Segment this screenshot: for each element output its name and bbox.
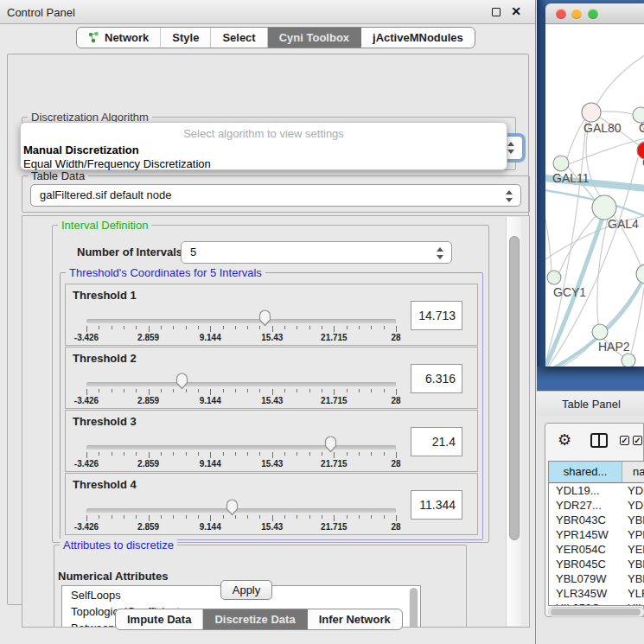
column-header-name[interactable]: na <box>622 462 644 482</box>
cell-name[interactable]: YDR2 <box>622 498 644 513</box>
network-node-gal11[interactable] <box>553 156 569 171</box>
network-node-gcy1[interactable] <box>547 271 561 284</box>
threshold-value-field[interactable]: 6.316 <box>411 364 462 393</box>
table-row[interactable]: YIL052CYIL0 <box>549 601 644 606</box>
slider-track[interactable] <box>86 382 396 386</box>
table-panel-titlebar: Table Panel <box>537 391 644 416</box>
cell-shared-name[interactable]: YBL079W <box>549 571 622 586</box>
scrollbar-thumb[interactable] <box>509 236 520 540</box>
close-icon[interactable]: ✕ <box>511 4 521 18</box>
cell-name[interactable]: YBR0 <box>622 513 644 527</box>
control-panel-title: Control Panel <box>7 6 75 19</box>
slider-track[interactable] <box>86 508 396 513</box>
column-header-shared[interactable]: shared... <box>549 462 622 482</box>
slider-handle[interactable] <box>225 499 239 516</box>
slider-tick-labels: -3.4262.8599.14415.4321.71528 <box>86 459 396 469</box>
network-edge[interactable] <box>545 220 552 271</box>
cell-name[interactable]: YIL0 <box>622 601 644 606</box>
network-node-h[interactable] <box>636 265 644 284</box>
tab-style[interactable]: Style <box>161 28 211 48</box>
algorithm-option-manual[interactable]: Manual Discretization <box>23 143 139 156</box>
slider-track[interactable] <box>86 319 396 323</box>
network-edge[interactable] <box>559 216 596 272</box>
scrollbar-thumb[interactable] <box>551 609 641 615</box>
tab-network[interactable]: Network <box>77 28 161 48</box>
slider-handle[interactable] <box>258 309 272 327</box>
cell-shared-name[interactable]: YIL052C <box>549 601 622 606</box>
thresholds-group: Threshold's Coordinates for 5 Intervals … <box>60 272 483 540</box>
float-window-icon[interactable] <box>492 8 501 16</box>
network-edge[interactable] <box>606 283 641 327</box>
cell-name[interactable]: YDL1 <box>622 483 644 498</box>
table-row[interactable]: YPR145WYPR1 <box>549 527 644 542</box>
algorithm-hint: Select algorithm to view settings <box>21 127 507 140</box>
number-of-intervals-combobox[interactable]: 5 <box>181 241 452 264</box>
cell-name[interactable]: YER0 <box>622 542 644 557</box>
network-edge[interactable] <box>600 112 633 114</box>
network-node[interactable] <box>622 354 635 367</box>
tab-jactivemnodules[interactable]: jActiveMNodules <box>361 28 475 48</box>
cytoscape-desktop: GAL80GACGAL11GAL4GCY1HHAP2 <box>537 0 644 391</box>
cell-name[interactable]: YBR0 <box>622 557 644 571</box>
network-view-window[interactable]: GAL80GACGAL11GAL4GCY1HHAP2 <box>545 3 644 367</box>
apply-button[interactable]: Apply <box>220 580 272 600</box>
network-node-gal4[interactable] <box>592 195 616 220</box>
threshold-value-field[interactable]: 14.713 <box>411 301 462 330</box>
attributes-scrollbar[interactable] <box>409 588 418 628</box>
threshold-label: Threshold 4 <box>73 478 137 491</box>
cell-name[interactable]: YBL0 <box>622 571 644 586</box>
table-row[interactable]: YDR27...YDR2 <box>549 498 644 513</box>
control-panel-titlebar: Control Panel ✕ <box>0 0 535 24</box>
network-node-label: GAL4 <box>608 217 639 231</box>
table-data-group: Table Data galFiltered.sif default node <box>22 175 530 213</box>
slider-handle[interactable] <box>175 373 189 390</box>
network-edge[interactable] <box>567 120 584 158</box>
checkbox-icon[interactable]: ✓ <box>633 436 642 445</box>
tab-cyni-toolbox[interactable]: Cyni Toolbox <box>268 28 361 48</box>
threshold-panel-2: Threshold 2-3.4262.8599.14415.4321.71528… <box>65 347 478 409</box>
slider-handle[interactable] <box>323 436 338 453</box>
checkbox-icon[interactable]: ✓ <box>620 436 629 445</box>
cell-name[interactable]: YPR1 <box>622 527 644 542</box>
gear-icon[interactable]: ⚙ <box>558 430 571 450</box>
slider-ticks <box>86 326 396 333</box>
table-row[interactable]: YDL19...YDL1 <box>549 483 644 498</box>
tab-discretize-data[interactable]: Discretize Data <box>203 609 307 629</box>
settings-vertical-scrollbar[interactable] <box>506 217 521 626</box>
cell-shared-name[interactable]: YBR043C <box>549 513 622 527</box>
close-traffic-light-icon[interactable] <box>556 9 566 19</box>
algorithm-dropdown-popup: Select algorithm to view settings Manual… <box>20 122 507 170</box>
table-row[interactable]: YBR043CYBR0 <box>549 513 644 527</box>
cell-shared-name[interactable]: YDR27... <box>549 498 622 513</box>
table-horizontal-scrollbar[interactable] <box>548 607 644 617</box>
cell-shared-name[interactable]: YLR345W <box>549 586 622 601</box>
attributes-group-label: Attributes to discretize <box>60 539 177 552</box>
network-node-hap2[interactable] <box>592 324 608 340</box>
table-row[interactable]: YBR045CYBR0 <box>549 557 644 571</box>
node-attribute-table[interactable]: shared... na YDL19...YDL1YDR27...YDR2YBR… <box>548 461 644 606</box>
cell-shared-name[interactable]: YBR045C <box>549 557 622 571</box>
slider-track[interactable] <box>86 445 396 450</box>
cell-shared-name[interactable]: YDL19... <box>549 483 622 498</box>
network-edge[interactable] <box>596 50 644 105</box>
threshold-value-field[interactable]: 11.344 <box>411 490 462 520</box>
table-row[interactable]: YLR345WYLR3 <box>549 586 644 601</box>
cell-shared-name[interactable]: YER054C <box>549 542 622 557</box>
network-canvas[interactable]: GAL80GACGAL11GAL4GCY1HHAP2 <box>545 24 644 367</box>
table-row[interactable]: YER054CYER0 <box>549 542 644 557</box>
cell-name[interactable]: YLR3 <box>622 586 644 601</box>
tab-impute-data[interactable]: Impute Data <box>116 609 203 629</box>
interval-definition-label: Interval Definition <box>58 219 151 232</box>
tab-select[interactable]: Select <box>211 28 267 48</box>
minimize-traffic-light-icon[interactable] <box>571 9 582 19</box>
table-row[interactable]: YBL079WYBL0 <box>549 571 644 586</box>
threshold-value-field[interactable]: 21.4 <box>411 427 462 456</box>
network-node-gal80[interactable] <box>582 103 601 122</box>
split-columns-icon[interactable] <box>590 433 608 448</box>
table-data-combobox[interactable]: galFiltered.sif default node <box>30 184 521 207</box>
tab-infer-network[interactable]: Infer Network <box>308 609 402 629</box>
algorithm-option-equal-width[interactable]: Equal Width/Frequency Discretization <box>23 157 211 170</box>
cell-shared-name[interactable]: YPR145W <box>549 527 622 542</box>
zoom-traffic-light-icon[interactable] <box>588 9 598 19</box>
control-panel: Control Panel ✕ Network Style Select Cyn… <box>0 0 536 644</box>
